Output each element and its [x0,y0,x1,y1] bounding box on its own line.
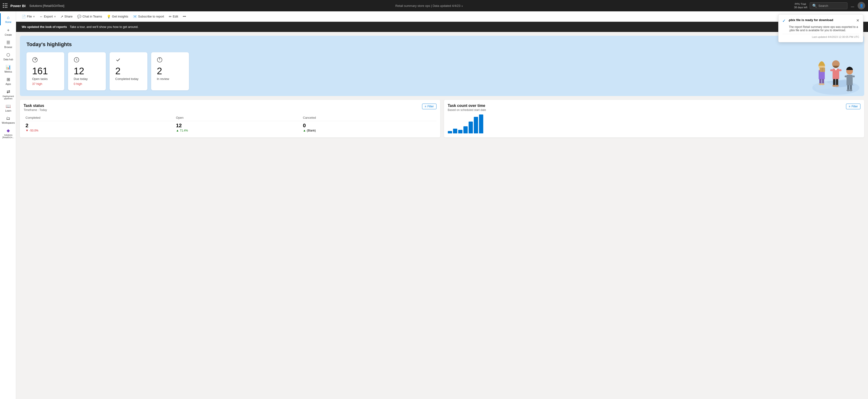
search-box[interactable]: 🔍 [810,2,847,9]
task-count-title: Task count over time [448,104,486,108]
task-status-filter[interactable]: ≡ Filter [422,104,436,109]
sidebar-item-workspaces[interactable]: 🗂 Workspaces [0,114,16,126]
main-layout: ⌂ Home ＋ Create ☰ Browse ⬡ Data hub 📊 Me… [0,11,868,399]
open-tasks-label: Open tasks [32,77,59,81]
task-count-header: Task count over time Based on scheduled … [448,104,861,112]
notif-timestamp: Last updated 4/4/2023 12:30:05 PM UTC [782,34,859,38]
report-illustration [774,36,864,96]
col-open: Open [174,114,301,121]
bar-3 [458,130,462,134]
col-canceled: Canceled [301,114,436,121]
sidebar-item-apps[interactable]: ⊞ Apps [0,75,16,87]
home-icon: ⌂ [7,15,10,20]
avatar[interactable]: 👤 [858,2,865,9]
open-stat: 12 [176,122,299,129]
canceled-arrow: ▲ [303,129,306,132]
in-review-icon [157,57,183,64]
task-status-panel: Task status Timeframe : Today ≡ Filter C… [20,100,440,137]
export-dropdown-icon: ∨ [54,15,56,18]
more-button[interactable]: ••• [181,13,188,20]
bar-6 [474,117,478,134]
open-arrow: ▲ [176,129,179,132]
task-status-table: Completed Open Canceled 2 ▼ -50.0% [24,114,436,134]
sidebar: ⌂ Home ＋ Create ☰ Browse ⬡ Data hub 📊 Me… [0,11,16,399]
top-right-controls: PPU Trial: 38 days left 🔍 ... 👤 [794,2,865,9]
open-tasks-sub: 37 high [32,82,59,86]
insights-button[interactable]: 💡 Get insights [105,13,130,20]
highlights-card: Today's highlights 161 Open tasks [20,36,864,96]
svg-point-17 [821,83,825,85]
subscribe-icon: 📧 [133,15,137,19]
open-change: 71.4% [180,129,188,132]
sidebar-item-datahub[interactable]: ⬡ Data hub [0,50,16,63]
deployment-icon: ⇄ [7,89,10,94]
bar-2 [453,129,457,134]
svg-rect-21 [839,69,841,71]
banner-bold: We updated the look of reports [22,25,67,29]
export-icon: ↔ [39,15,43,19]
subscribe-button[interactable]: 📧 Subscribe to report [131,13,166,20]
edit-icon: ✏ [169,15,172,19]
svg-point-33 [849,89,852,91]
metrics-icon: 📊 [6,64,11,70]
in-review-value: 2 [157,66,183,76]
workspace-name: Solutions [RetailSOATest] [29,4,64,7]
insights-icon: 💡 [107,15,111,19]
more-options-button[interactable]: ... [850,2,855,9]
toolbar: 📄 File ∨ ↔ Export ∨ ↗ Share 💬 Chat in Te… [16,11,868,22]
sidebar-item-create[interactable]: ＋ Create [0,25,16,38]
kpi-open-tasks[interactable]: 161 Open tasks 37 high [27,52,64,90]
due-today-icon [74,57,100,64]
task-count-panel: Task count over time Based on scheduled … [444,100,864,137]
search-input[interactable] [818,4,844,7]
learn-icon: 📖 [6,104,11,109]
task-count-titles: Task count over time Based on scheduled … [448,104,486,112]
workspaces-icon: 🗂 [6,116,10,121]
svg-rect-23 [836,79,838,86]
grid-icon[interactable] [3,3,7,8]
share-button[interactable]: ↗ Share [59,13,75,20]
update-banner: We updated the look of reports Take a to… [16,22,868,32]
completed-stat: 2 [26,122,172,129]
svg-rect-27 [846,75,852,85]
top-bar: Power BI Solutions [RetailSOATest] Retai… [0,0,868,11]
col-completed: Completed [24,114,174,121]
table-row: 2 ▼ -50.0% 12 ▲ 71.4% 0 [24,121,436,134]
file-button[interactable]: 📄 File ∨ [20,13,37,20]
chat-button[interactable]: 💬 Chat in Teams [75,13,104,20]
bar-5 [469,121,473,134]
sidebar-item-home[interactable]: ⌂ Home [0,13,16,25]
task-status-titles: Task status Timeframe : Today [24,104,47,112]
due-today-label: Due today [74,77,100,81]
kpi-completed[interactable]: 2 Completed today [110,52,147,90]
task-status-title: Task status [24,104,47,108]
app-grid-button[interactable] [3,3,7,8]
file-icon: 📄 [22,15,26,19]
kpi-in-review[interactable]: 2 In review [151,52,189,90]
banner-body: Take a tour, and we'll show you how to g… [70,25,138,29]
main-content: 📄 File ∨ ↔ Export ∨ ↗ Share 💬 Chat in Te… [16,11,868,399]
notif-close-button[interactable]: ✕ [856,18,859,23]
canceled-change: (Blank) [307,129,316,132]
sidebar-item-learn[interactable]: 📖 Learn [0,102,16,114]
edit-button[interactable]: ✏ Edit [167,13,180,20]
notif-check-icon: ✓ [782,18,786,23]
completed-change: -50.0% [30,129,38,132]
sidebar-item-deployment[interactable]: ⇄ Deployment pipelines [0,87,16,102]
datahub-icon: ⬡ [6,52,10,57]
task-count-chart [448,114,861,134]
sidebar-item-metrics[interactable]: 📊 Metrics [0,63,16,75]
sidebar-item-browse[interactable]: ☰ Browse [0,38,16,50]
due-today-value: 12 [74,66,100,76]
bar-7 [479,114,483,134]
filter-icon2: ≡ [849,105,850,108]
data-updated-dropdown[interactable]: ∨ [461,5,463,7]
report-title-center: Retail summary store ops | Data updated … [67,4,791,7]
share-icon: ↗ [60,15,63,19]
task-status-header: Task status Timeframe : Today ≡ Filter [24,104,436,112]
task-status-sub: Timeframe : Today [24,108,47,112]
task-count-filter[interactable]: ≡ Filter [846,104,861,109]
export-button[interactable]: ↔ Export ∨ [37,13,58,20]
kpi-due-today[interactable]: 12 Due today 0 high [68,52,106,90]
sidebar-item-solutions[interactable]: ◆ Solutions [RetailSOA... [0,126,16,141]
